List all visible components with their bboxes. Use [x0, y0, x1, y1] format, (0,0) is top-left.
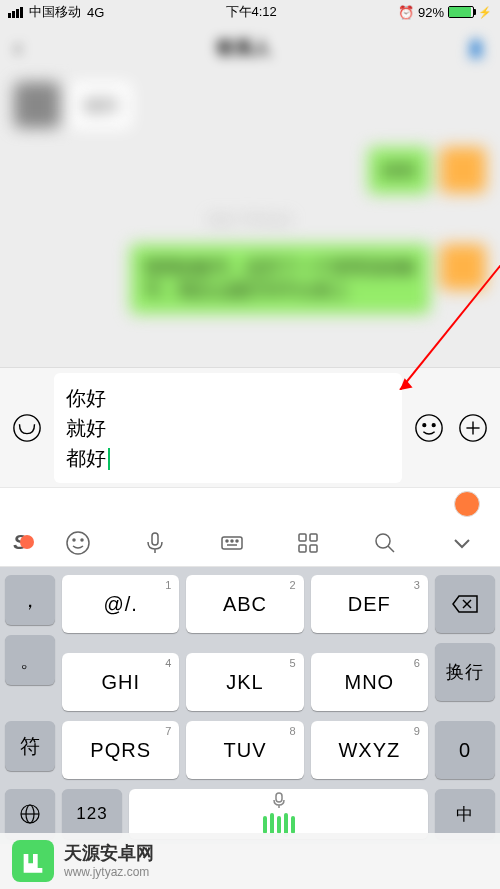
nav-title: 联系人	[217, 36, 271, 60]
carrier: 中国移动	[29, 3, 81, 21]
key-2[interactable]: 2ABC	[186, 575, 303, 633]
key-7[interactable]: 7PQRS	[62, 721, 179, 779]
svg-point-4	[423, 423, 426, 426]
svg-line-23	[388, 546, 394, 552]
timestamp: 昨天 下午5:20	[14, 212, 486, 230]
key-1[interactable]: 1@/.	[62, 575, 179, 633]
avatar[interactable]	[14, 82, 60, 128]
svg-rect-19	[310, 534, 317, 541]
key-4[interactable]: 4GHI	[62, 653, 179, 711]
status-bar: 中国移动 4G 下午4:12 ⏰ 92% ⚡	[0, 0, 500, 24]
svg-rect-29	[276, 793, 282, 802]
battery-icon	[448, 6, 474, 18]
svg-rect-18	[299, 534, 306, 541]
toolbar-keyboard-button[interactable]	[193, 530, 270, 556]
nav-bar: ‹ 联系人 👤	[0, 24, 500, 72]
alarm-icon: ⏰	[398, 5, 414, 20]
voice-input-button[interactable]	[10, 411, 44, 445]
globe-icon	[19, 803, 41, 825]
message-bubble: 收到	[70, 82, 132, 129]
svg-point-2	[14, 414, 40, 440]
plus-button[interactable]	[456, 411, 490, 445]
key-123[interactable]: 123	[62, 789, 122, 839]
toolbar-collapse-button[interactable]	[423, 530, 500, 556]
svg-rect-20	[299, 545, 306, 552]
svg-point-15	[231, 540, 233, 542]
key-9[interactable]: 9WXYZ	[311, 721, 428, 779]
site-name: 天源安卓网	[64, 843, 154, 865]
svg-point-14	[226, 540, 228, 542]
mic-icon	[270, 791, 288, 809]
site-logo	[12, 840, 54, 882]
keyboard-toolbar: S	[0, 519, 500, 567]
avatar[interactable]	[440, 244, 486, 290]
key-symbols[interactable]: 符	[5, 721, 55, 771]
signal-icon	[8, 7, 23, 18]
svg-point-11	[81, 539, 83, 541]
key-backspace[interactable]	[435, 575, 495, 633]
sogou-logo[interactable]: S	[0, 529, 40, 557]
toolbar-mic-button[interactable]	[117, 530, 194, 556]
key-space[interactable]	[129, 789, 428, 839]
keyboard-avatar[interactable]	[454, 491, 480, 517]
message-row: 好的	[14, 147, 486, 194]
toolbar-apps-button[interactable]	[270, 530, 347, 556]
key-8[interactable]: 8TUV	[186, 721, 303, 779]
key-globe[interactable]	[5, 789, 55, 839]
svg-rect-21	[310, 545, 317, 552]
svg-point-10	[73, 539, 75, 541]
svg-rect-12	[152, 533, 158, 545]
text-input[interactable]: 你好 就好 都好	[54, 373, 402, 483]
input-line: 就好	[66, 413, 390, 443]
message-row: 我用的账号，还开了一个管理员的账号，我怎么能打印不出来上	[14, 244, 486, 314]
key-comma[interactable]: ，	[5, 575, 55, 625]
person-icon[interactable]: 👤	[466, 39, 486, 58]
emoji-button[interactable]	[412, 411, 446, 445]
text-cursor	[108, 448, 110, 470]
key-newline[interactable]: 换行	[435, 643, 495, 701]
svg-point-5	[432, 423, 435, 426]
charging-icon: ⚡	[478, 6, 492, 19]
key-zero[interactable]: 0	[435, 721, 495, 779]
avatar[interactable]	[440, 147, 486, 193]
back-button[interactable]: ‹	[14, 34, 22, 62]
watermark-bar: 天源安卓网 www.jytyaz.com	[0, 833, 500, 889]
keyboard: ， 。 1@/. 2ABC 3DEF 4GHI 5JKL 6MNO 换行 符 7…	[0, 567, 500, 844]
svg-point-9	[67, 532, 89, 554]
battery-pct: 92%	[418, 5, 444, 20]
toolbar-emoji-button[interactable]	[40, 530, 117, 556]
message-bubble: 好的	[368, 147, 430, 194]
message-row: 收到	[14, 82, 486, 129]
svg-point-16	[236, 540, 238, 542]
key-5[interactable]: 5JKL	[186, 653, 303, 711]
site-url: www.jytyaz.com	[64, 865, 154, 879]
svg-point-22	[376, 534, 390, 548]
key-6[interactable]: 6MNO	[311, 653, 428, 711]
network: 4G	[87, 5, 104, 20]
input-line: 你好	[66, 383, 390, 413]
input-bar: 你好 就好 都好	[0, 367, 500, 487]
chat-area[interactable]: 收到 好的 昨天 下午5:20 我用的账号，还开了一个管理员的账号，我怎么能打印…	[0, 72, 500, 367]
svg-rect-13	[222, 537, 242, 549]
key-period[interactable]: 。	[5, 635, 55, 685]
message-bubble: 我用的账号，还开了一个管理员的账号，我怎么能打印不出来上	[130, 244, 430, 314]
key-lang[interactable]: 中	[435, 789, 495, 839]
toolbar-search-button[interactable]	[347, 530, 424, 556]
key-3[interactable]: 3DEF	[311, 575, 428, 633]
clock: 下午4:12	[226, 3, 277, 21]
svg-point-3	[416, 414, 442, 440]
backspace-icon	[451, 594, 479, 614]
keyboard-avatar-row	[0, 487, 500, 519]
input-line: 都好	[66, 443, 390, 473]
